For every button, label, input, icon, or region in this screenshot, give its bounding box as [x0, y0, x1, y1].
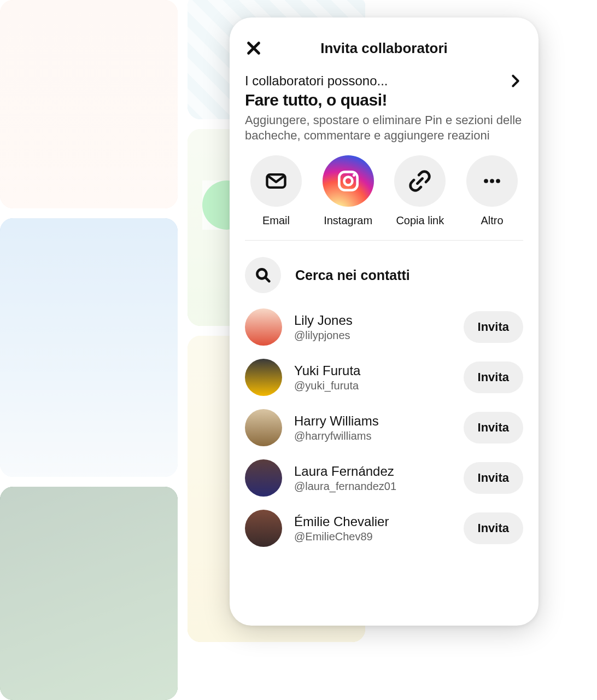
contact-name: Yuki Furuta	[294, 363, 452, 378]
divider	[245, 240, 523, 241]
share-email-label: Email	[262, 214, 290, 227]
invite-button[interactable]: Invita	[464, 412, 523, 444]
contact-name: Laura Fernández	[294, 464, 452, 479]
contact-row: Harry Williams @harryfwilliams Invita	[245, 409, 523, 446]
contact-handle: @lilypjones	[294, 329, 452, 342]
link-icon	[408, 169, 432, 193]
pin-card	[0, 487, 178, 700]
copy-link-label: Copia link	[396, 214, 444, 227]
share-instagram-button[interactable]: Instagram	[313, 155, 384, 227]
sheet-title: Invita collaboratori	[320, 40, 448, 57]
chevron-right-icon	[508, 73, 523, 89]
instagram-icon	[335, 167, 362, 195]
invite-button[interactable]: Invita	[464, 462, 523, 494]
contact-row: Laura Fernández @laura_fernandez01 Invit…	[245, 459, 523, 497]
pin-card	[0, 218, 178, 477]
contact-handle: @laura_fernandez01	[294, 480, 452, 493]
close-icon	[245, 39, 262, 57]
share-more-button[interactable]: Altro	[456, 155, 528, 227]
invite-button[interactable]: Invita	[464, 361, 523, 393]
svg-point-2	[344, 177, 352, 185]
contact-row: Yuki Furuta @yuki_furuta Invita	[245, 359, 523, 396]
permissions-row[interactable]: I collaboratori possono...	[230, 73, 539, 89]
sheet-header: Invita collaboratori	[230, 33, 539, 63]
avatar	[245, 359, 282, 396]
avatar	[245, 409, 282, 446]
search-placeholder: Cerca nei contatti	[295, 267, 410, 283]
svg-point-6	[496, 179, 500, 183]
permissions-headline: Fare tutto, o quasi!	[230, 89, 539, 109]
close-button[interactable]	[242, 36, 266, 60]
contact-name: Lily Jones	[294, 313, 452, 328]
permissions-description: Aggiungere, spostare o eliminare Pin e s…	[230, 109, 539, 143]
svg-point-4	[484, 179, 488, 183]
copy-link-button[interactable]: Copia link	[384, 155, 455, 227]
search-icon	[254, 266, 272, 284]
share-instagram-label: Instagram	[324, 214, 372, 227]
contact-row: Lily Jones @lilypjones Invita	[245, 308, 523, 346]
pin-card	[0, 0, 178, 208]
contact-handle: @EmilieChev89	[294, 530, 452, 543]
invite-collaborators-sheet: Invita collaboratori I collaboratori pos…	[230, 18, 539, 626]
avatar	[245, 510, 282, 547]
contact-handle: @harryfwilliams	[294, 430, 452, 442]
share-more-label: Altro	[481, 214, 503, 227]
contact-handle: @yuki_furuta	[294, 380, 452, 392]
contact-name: Harry Williams	[294, 413, 452, 429]
avatar	[245, 308, 282, 346]
contact-name: Émilie Chevalier	[294, 514, 452, 529]
svg-point-3	[353, 174, 355, 177]
email-icon	[264, 169, 288, 193]
permissions-label: I collaboratori possono...	[245, 73, 388, 89]
invite-button[interactable]: Invita	[464, 512, 523, 544]
avatar	[245, 459, 282, 497]
share-email-button[interactable]: Email	[241, 155, 312, 227]
contact-row: Émilie Chevalier @EmilieChev89 Invita	[245, 510, 523, 547]
contact-list: Lily Jones @lilypjones Invita Yuki Furut…	[230, 308, 539, 547]
search-contacts-row[interactable]: Cerca nei contatti	[230, 257, 539, 293]
invite-button[interactable]: Invita	[464, 311, 523, 343]
svg-point-5	[490, 179, 494, 183]
share-options-row: Email Instagram	[230, 155, 539, 227]
more-icon	[480, 169, 504, 193]
